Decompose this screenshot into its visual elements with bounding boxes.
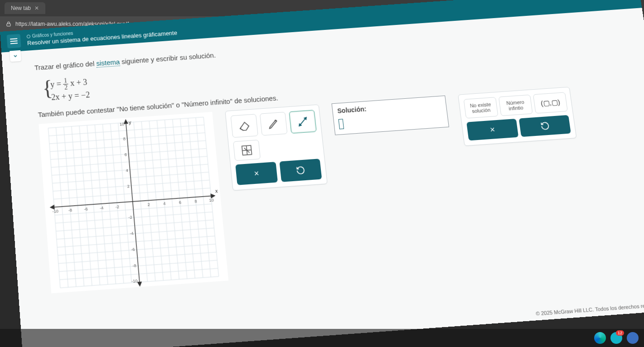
graph-tool-panel: × <box>225 104 327 190</box>
no-solution-button[interactable]: No existe solución <box>464 97 498 118</box>
grid-reset-tool[interactable] <box>233 140 261 161</box>
page-surface: Gráficos y funciones Resolver un sistema… <box>0 0 644 347</box>
answer-undo-button[interactable] <box>519 115 571 137</box>
answer-clear-button[interactable]: × <box>466 119 518 140</box>
svg-marker-45 <box>124 120 128 124</box>
brace-icon: { <box>42 77 53 99</box>
ordered-pair-button[interactable]: (▢,▢) <box>533 92 568 113</box>
undo-button[interactable] <box>279 159 322 182</box>
svg-text:10: 10 <box>209 198 214 202</box>
os-taskbar: 12 <box>0 329 644 347</box>
svg-text:6: 6 <box>124 152 127 157</box>
svg-text:2: 2 <box>127 184 130 189</box>
svg-marker-46 <box>138 282 142 286</box>
svg-text:-6: -6 <box>131 247 135 252</box>
lock-icon <box>5 21 12 27</box>
svg-line-44 <box>126 123 140 285</box>
solution-label: Solución: <box>337 100 442 115</box>
clear-button[interactable]: × <box>235 162 278 185</box>
taskbar-app-icon[interactable]: 12 <box>610 332 622 344</box>
close-icon[interactable]: ✕ <box>34 5 39 11</box>
eraser-tool[interactable] <box>231 114 258 138</box>
x-axis-label: x <box>215 188 218 194</box>
y-axis-label: y <box>128 120 131 125</box>
solution-box[interactable]: Solución: <box>331 96 449 135</box>
tab-title: New tab <box>11 5 31 11</box>
svg-text:-8: -8 <box>132 263 136 268</box>
answer-panel: No existe solución Número infintio (▢,▢)… <box>458 87 576 146</box>
pencil-tool[interactable] <box>260 112 287 136</box>
solution-input[interactable] <box>339 119 344 129</box>
svg-text:-4: -4 <box>100 206 104 211</box>
line-tool[interactable] <box>289 110 317 134</box>
browser-tab[interactable]: New tab ✕ <box>5 2 45 14</box>
svg-text:-2: -2 <box>115 204 119 209</box>
svg-text:-2: -2 <box>128 215 132 220</box>
infinite-solutions-button[interactable]: Número infintio <box>498 95 533 116</box>
svg-text:8: 8 <box>194 199 197 204</box>
notification-badge: 12 <box>616 330 624 336</box>
menu-button[interactable] <box>7 34 21 48</box>
svg-text:-10: -10 <box>131 279 138 284</box>
svg-text:6: 6 <box>179 200 181 205</box>
content-area: Trazar el gráfico del sistema siguiente … <box>1 8 644 305</box>
term-link-sistema[interactable]: sistema <box>96 58 120 68</box>
collapse-button[interactable] <box>10 50 21 62</box>
svg-text:4: 4 <box>126 168 128 173</box>
svg-text:4: 4 <box>163 201 166 206</box>
svg-text:-4: -4 <box>130 231 134 236</box>
taskbar-edge-icon[interactable] <box>594 332 606 344</box>
svg-text:10: 10 <box>119 122 124 127</box>
svg-text:2: 2 <box>147 202 150 207</box>
svg-text:-10: -10 <box>52 209 58 214</box>
svg-rect-0 <box>7 24 10 26</box>
taskbar-generic-icon[interactable] <box>627 332 639 344</box>
copyright-text: © 2025 McGraw Hill LLC. Todos los derech… <box>536 301 644 317</box>
footer: © 2025 McGraw Hill LLC. Todos los derech… <box>536 300 644 317</box>
graph-canvas[interactable]: x y 2 4 6 8 10 -2 -4 -6 -8 -10 <box>39 112 228 294</box>
svg-text:-6: -6 <box>84 207 88 212</box>
svg-text:8: 8 <box>123 136 126 141</box>
svg-text:-8: -8 <box>68 208 72 213</box>
